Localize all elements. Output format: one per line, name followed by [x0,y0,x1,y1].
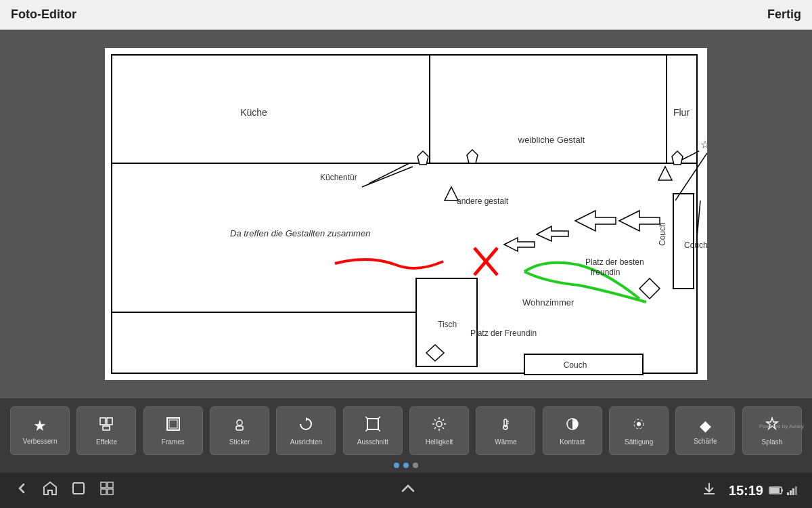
frames-label: Frames [162,438,185,446]
ausschnitt-icon [365,417,380,436]
label-freundin: freundin [591,268,620,277]
svg-line-48 [443,419,444,421]
svg-rect-28 [100,418,106,425]
kontrast-icon [565,417,580,436]
svg-rect-58 [73,483,84,494]
ausrichten-label: Ausrichten [290,438,322,446]
app-title: Foto-Editor [11,7,76,22]
svg-rect-69 [790,490,792,495]
svg-rect-36 [367,419,378,429]
tool-warme[interactable]: Wärme [476,406,535,455]
svg-rect-30 [103,426,110,430]
canvas-area: Küche Flur weibliche Gestalt ☆ Wohnungst… [0,30,812,398]
tool-sattigung[interactable]: Sättigung [609,406,669,455]
sticker-label: Sticker [229,438,250,446]
svg-line-40 [378,429,380,431]
svg-line-49 [434,427,436,429]
svg-point-41 [436,421,442,427]
label-kuche: Küche [240,107,267,118]
bottom-nav: 15:19 [0,473,812,508]
kontrast-label: Kontrast [560,438,585,446]
label-tisch: Tisch [438,320,457,329]
tool-helligkeit[interactable]: Helligkeit [409,406,469,455]
sattigung-label: Sättigung [625,438,653,446]
svg-marker-35 [306,417,308,421]
svg-line-46 [434,419,436,421]
verbessern-icon: ★ [33,417,47,435]
effekte-label: Effekte [96,438,117,446]
split-icon[interactable] [99,480,115,501]
svg-line-39 [365,429,367,431]
star-icon: ☆ [700,139,707,150]
svg-rect-29 [107,418,112,425]
dot-2 [403,463,409,468]
dot-3 [413,463,418,468]
scharfe-icon: ◆ [700,417,711,435]
helligkeit-icon [432,417,447,436]
label-da-treffen: Da treffen die Gestallten zusammen [230,228,370,238]
home-icon[interactable] [42,480,58,501]
svg-line-37 [365,417,367,419]
tool-buttons: ★ Verbessern Effekte Frames Sticker [0,398,812,458]
svg-rect-34 [236,426,243,430]
svg-point-33 [237,420,242,425]
splash-label: Splash [761,438,782,446]
svg-rect-0 [112,55,697,373]
download-icon[interactable] [702,481,717,500]
sticker-icon [232,417,247,436]
svg-rect-59 [101,482,106,488]
svg-rect-66 [770,488,780,493]
tool-scharfe[interactable]: ◆ Schärfe [675,406,735,455]
svg-rect-70 [792,488,794,495]
svg-line-47 [443,427,444,429]
svg-point-51 [503,425,508,429]
label-couch-top: Couch [658,222,667,246]
svg-point-55 [637,422,641,426]
svg-rect-62 [108,489,113,494]
scharfe-label: Schärfe [694,438,717,445]
nav-right: 15:19 [702,481,798,500]
warme-label: Wärme [495,438,516,446]
time-display: 15:19 [729,483,763,499]
tool-sticker[interactable]: Sticker [210,406,269,455]
toolbar-bottom: Powered by Aviary [0,458,812,473]
svg-rect-61 [101,489,106,494]
verbessern-label: Verbessern [23,438,58,445]
up-chevron-icon[interactable] [399,479,418,502]
tool-effekte[interactable]: Effekte [76,406,136,455]
status-icons [769,485,798,496]
tool-ausschnitt[interactable]: Ausschnitt [343,406,403,455]
ausrichten-icon [298,417,313,436]
label-couch-top2: Couch [684,240,707,250]
ausschnitt-label: Ausschnitt [357,438,388,446]
svg-rect-32 [169,420,177,428]
toolbar: ★ Verbessern Effekte Frames Sticker [0,398,812,473]
svg-rect-67 [782,489,783,492]
nav-left [14,480,115,501]
svg-rect-60 [108,482,113,488]
recent-icon[interactable] [70,480,87,501]
sattigung-icon [631,417,646,436]
label-flur: Flur [673,107,690,118]
tool-verbessern[interactable]: ★ Verbessern [10,406,70,455]
back-icon[interactable] [14,480,30,501]
label-wohnzimmer: Wohnzimmer [522,297,574,308]
effekte-icon [99,417,114,436]
tool-kontrast[interactable]: Kontrast [543,406,602,455]
label-andere-gestalt: andere gestalt [457,196,509,206]
done-button[interactable]: Fertig [767,7,801,22]
svg-rect-71 [795,486,797,495]
label-kuchentur: Küchentür [320,173,357,182]
label-platz-freundin: Platz der Freundin [470,329,537,338]
time-area: 15:19 [729,483,798,499]
tool-ausrichten[interactable]: Ausrichten [276,406,336,455]
helligkeit-label: Helligkeit [426,438,453,446]
svg-line-38 [378,417,380,419]
svg-rect-68 [787,492,789,495]
drawing-canvas: Küche Flur weibliche Gestalt ☆ Wohnungst… [105,48,707,380]
label-weibliche: weibliche Gestalt [518,135,585,145]
warme-icon [498,417,513,436]
dot-1 [394,463,399,468]
tool-frames[interactable]: Frames [143,406,203,455]
tool-splash[interactable]: Splash [742,406,802,455]
